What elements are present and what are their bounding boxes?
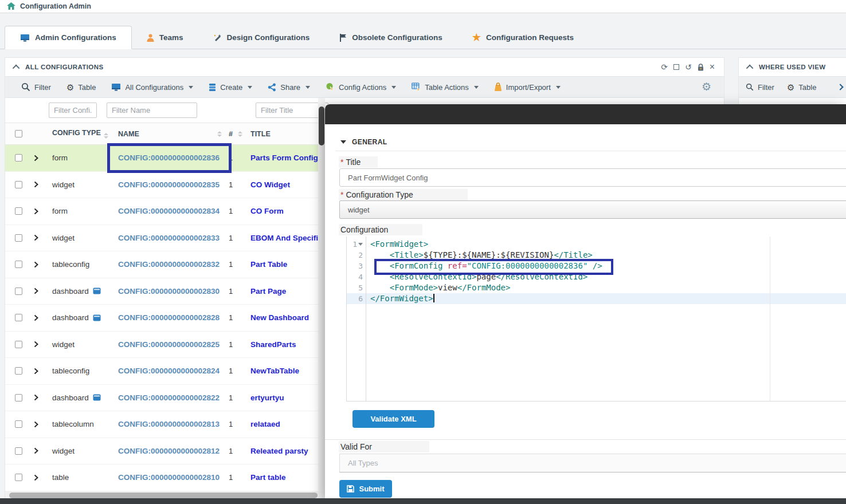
row-expand-icon[interactable]: [34, 341, 52, 348]
row-checkbox[interactable]: [15, 207, 22, 215]
config-name-link[interactable]: CONFIG:0000000000002810: [118, 473, 220, 482]
row-checkbox[interactable]: [15, 261, 22, 268]
fold-caret-icon[interactable]: [358, 243, 363, 246]
row-checkbox[interactable]: [15, 288, 22, 295]
tab-configuration-requests[interactable]: ★ Configuration Requests: [457, 26, 589, 49]
config-name-link[interactable]: CONFIG:0000000000002824: [118, 367, 220, 375]
filter-config-type-input[interactable]: [49, 103, 97, 118]
config-title-link[interactable]: CO Form: [250, 207, 284, 215]
row-checkbox[interactable]: [15, 341, 22, 348]
config-title-link[interactable]: SharedParts: [250, 340, 296, 349]
filter-button[interactable]: Filter: [21, 82, 51, 92]
row-expand-icon[interactable]: [34, 368, 52, 375]
config-name-link[interactable]: CONFIG:0000000000002835: [118, 180, 220, 189]
config-name-link[interactable]: CONFIG:0000000000002834: [118, 207, 220, 215]
filter-title-input[interactable]: [256, 103, 328, 118]
refresh-icon[interactable]: ⟳: [661, 63, 668, 71]
row-expand-icon[interactable]: [34, 421, 52, 428]
where-used-expand-button[interactable]: Expand: [838, 83, 846, 92]
collapse-chevron-icon[interactable]: [13, 64, 20, 72]
table-settings-button[interactable]: ⚙ Table: [66, 83, 96, 92]
config-name-link[interactable]: CONFIG:0000000000002822: [118, 393, 220, 402]
window-icons: ⟳ ↺ ×: [661, 62, 715, 72]
settings-gear-icon[interactable]: ⚙: [702, 81, 711, 92]
row-expand-icon[interactable]: [34, 155, 52, 162]
config-count: 1: [229, 367, 233, 375]
config-name-link[interactable]: CONFIG:0000000000002832: [118, 260, 220, 269]
home-icon[interactable]: [7, 2, 15, 10]
submit-button[interactable]: Submit: [339, 480, 392, 498]
lock-icon[interactable]: [698, 64, 704, 71]
row-checkbox[interactable]: [15, 234, 22, 242]
where-used-table-button[interactable]: ⚙ Table: [787, 83, 817, 92]
vertical-scrollbar-thumb[interactable]: [319, 107, 324, 145]
undo-icon[interactable]: ↺: [685, 63, 692, 71]
row-checkbox[interactable]: [15, 154, 22, 162]
config-name-link[interactable]: CONFIG:0000000000002828: [118, 313, 220, 322]
config-name-link[interactable]: CONFIG:0000000000002833: [118, 234, 220, 242]
where-used-filter-button[interactable]: Filter: [746, 83, 774, 92]
row-expand-icon[interactable]: [34, 447, 52, 454]
row-checkbox[interactable]: [15, 474, 22, 481]
column-header-config-type[interactable]: CONFIG TYPE: [52, 129, 118, 139]
filter-name-input[interactable]: [107, 103, 197, 118]
row-expand-icon[interactable]: [34, 474, 52, 481]
config-title-link[interactable]: New Dashboard: [250, 313, 309, 322]
collapse-chevron-icon[interactable]: [746, 64, 754, 72]
row-checkbox[interactable]: [15, 394, 22, 401]
config-name-link[interactable]: CONFIG:0000000000002836: [118, 153, 220, 162]
horizontal-scrollbar-thumb[interactable]: [9, 493, 318, 498]
config-title-link[interactable]: Part table: [250, 473, 286, 482]
config-name-link[interactable]: CONFIG:0000000000002813: [118, 420, 220, 428]
config-name-link[interactable]: CONFIG:0000000000002825: [118, 340, 220, 349]
config-name-link[interactable]: CONFIG:0000000000002812: [118, 447, 220, 455]
vertical-scrollbar: [318, 98, 325, 499]
config-title-link[interactable]: Part Page: [250, 287, 286, 296]
tab-admin-configurations[interactable]: Admin Configurations: [5, 26, 132, 49]
close-icon[interactable]: ×: [710, 62, 715, 72]
row-expand-icon[interactable]: [34, 181, 52, 188]
table-actions-dropdown[interactable]: Table Actions: [412, 82, 479, 92]
share-dropdown[interactable]: Share: [268, 83, 310, 92]
valid-for-field[interactable]: All Types: [339, 454, 846, 472]
validate-xml-button[interactable]: Validate XML: [352, 410, 434, 428]
row-checkbox[interactable]: [15, 181, 22, 188]
tab-teams[interactable]: Teams: [132, 26, 198, 49]
config-title-link[interactable]: Part Table: [250, 260, 287, 269]
config-title-link[interactable]: Parts Form Config: [250, 153, 318, 162]
row-checkbox[interactable]: [15, 447, 22, 455]
tab-design-configurations[interactable]: Design Configurations: [198, 26, 325, 49]
row-expand-icon[interactable]: [34, 288, 52, 294]
title-input[interactable]: [339, 168, 846, 187]
config-title-link[interactable]: NewTabTable: [250, 367, 299, 375]
column-header-count[interactable]: #: [229, 130, 250, 138]
row-checkbox[interactable]: [15, 420, 22, 428]
row-expand-icon[interactable]: [34, 234, 52, 241]
general-section-toggle[interactable]: GENERAL: [340, 138, 387, 146]
select-all-checkbox[interactable]: [15, 130, 22, 137]
config-title-link[interactable]: ertyurtyu: [250, 393, 284, 402]
all-configurations-label: All Configurations: [125, 83, 183, 92]
sort-icon[interactable]: [217, 131, 222, 137]
row-expand-icon[interactable]: [34, 394, 52, 401]
create-dropdown[interactable]: Create: [209, 83, 252, 92]
all-configurations-dropdown[interactable]: All Configurations: [111, 83, 193, 92]
import-export-dropdown[interactable]: Import/Export: [494, 82, 561, 92]
sort-icon[interactable]: [104, 133, 108, 139]
row-expand-icon[interactable]: [34, 314, 52, 321]
config-name-link[interactable]: CONFIG:0000000000002830: [118, 287, 220, 296]
config-actions-dropdown[interactable]: Config Actions: [326, 82, 396, 92]
row-expand-icon[interactable]: [34, 208, 52, 215]
maximize-icon[interactable]: [673, 64, 679, 70]
configuration-type-field[interactable]: widget: [339, 200, 846, 219]
xml-code-editor[interactable]: 123456 <FormWidget> <Title>${TYPE}:${NAM…: [346, 237, 846, 401]
config-title-link[interactable]: CO Widget: [250, 180, 290, 189]
sort-icon[interactable]: [238, 131, 242, 137]
config-title-link[interactable]: Releated parsty: [250, 447, 308, 455]
row-checkbox[interactable]: [15, 367, 22, 375]
tab-obsolete-configurations[interactable]: Obsolete Configurations: [324, 26, 457, 49]
row-expand-icon[interactable]: [34, 261, 52, 268]
row-checkbox[interactable]: [15, 314, 22, 321]
column-header-name[interactable]: NAME: [118, 130, 229, 138]
config-title-link[interactable]: relataed: [250, 420, 280, 428]
